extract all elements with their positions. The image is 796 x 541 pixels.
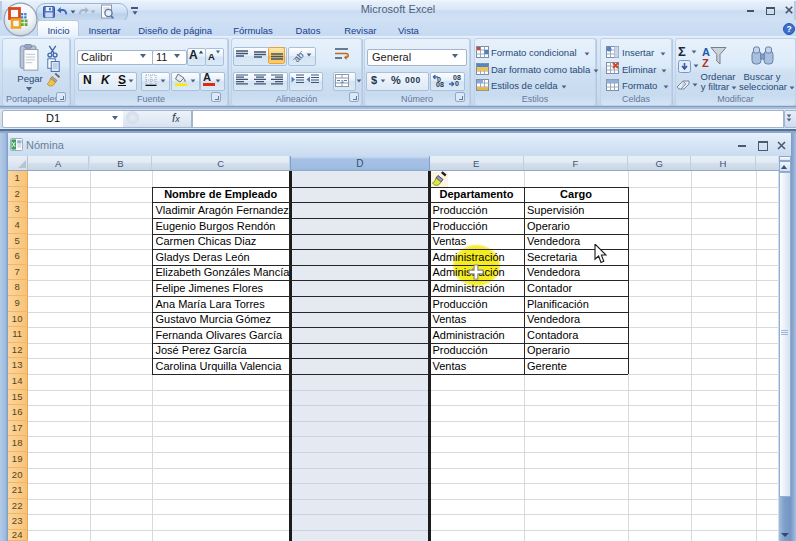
- svg-text:ab: ab: [292, 50, 305, 62]
- svg-text:?: ?: [786, 24, 791, 34]
- svg-text:08: 08: [436, 81, 444, 87]
- svg-text:0: 0: [455, 80, 459, 87]
- svg-text:Z: Z: [702, 57, 709, 69]
